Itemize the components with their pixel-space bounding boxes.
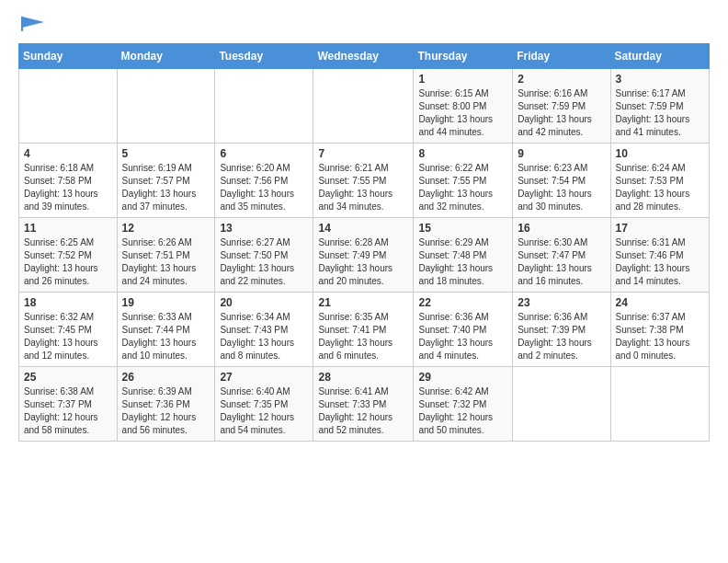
day-detail: Sunrise: 6:16 AM Sunset: 7:59 PM Dayligh… (518, 87, 605, 139)
calendar-cell (19, 69, 118, 144)
day-number: 2 (518, 73, 605, 86)
day-number: 8 (418, 147, 507, 160)
calendar-cell: 12Sunrise: 6:26 AM Sunset: 7:51 PM Dayli… (117, 218, 215, 293)
calendar-cell: 23Sunrise: 6:36 AM Sunset: 7:39 PM Dayli… (513, 293, 610, 367)
calendar-cell: 22Sunrise: 6:36 AM Sunset: 7:40 PM Dayli… (414, 293, 513, 367)
day-number: 27 (220, 371, 308, 384)
calendar-week-4: 18Sunrise: 6:32 AM Sunset: 7:45 PM Dayli… (19, 293, 710, 367)
day-detail: Sunrise: 6:17 AM Sunset: 7:59 PM Dayligh… (616, 87, 704, 139)
calendar-cell: 7Sunrise: 6:21 AM Sunset: 7:55 PM Daylig… (313, 144, 414, 218)
calendar-cell: 13Sunrise: 6:27 AM Sunset: 7:50 PM Dayli… (215, 218, 313, 293)
day-number: 22 (418, 296, 507, 309)
calendar-cell: 26Sunrise: 6:39 AM Sunset: 7:36 PM Dayli… (117, 367, 215, 442)
calendar-cell: 11Sunrise: 6:25 AM Sunset: 7:52 PM Dayli… (19, 218, 118, 293)
logo-flag-icon (20, 15, 46, 33)
calendar-cell (117, 69, 215, 144)
day-detail: Sunrise: 6:15 AM Sunset: 8:00 PM Dayligh… (418, 87, 507, 139)
day-number: 28 (318, 371, 408, 384)
day-detail: Sunrise: 6:34 AM Sunset: 7:43 PM Dayligh… (220, 311, 308, 362)
day-number: 7 (318, 147, 408, 160)
header-thursday: Thursday (414, 44, 513, 69)
day-detail: Sunrise: 6:18 AM Sunset: 7:58 PM Dayligh… (24, 162, 112, 213)
day-detail: Sunrise: 6:27 AM Sunset: 7:50 PM Dayligh… (220, 236, 308, 288)
calendar-week-1: 1Sunrise: 6:15 AM Sunset: 8:00 PM Daylig… (19, 69, 710, 144)
day-detail: Sunrise: 6:40 AM Sunset: 7:35 PM Dayligh… (220, 385, 308, 437)
day-detail: Sunrise: 6:33 AM Sunset: 7:44 PM Dayligh… (122, 311, 210, 362)
calendar-cell (313, 69, 414, 144)
calendar-cell: 20Sunrise: 6:34 AM Sunset: 7:43 PM Dayli… (215, 293, 313, 367)
day-detail: Sunrise: 6:22 AM Sunset: 7:55 PM Dayligh… (418, 162, 507, 213)
day-detail: Sunrise: 6:39 AM Sunset: 7:36 PM Dayligh… (122, 385, 210, 437)
day-number: 17 (616, 222, 704, 235)
calendar-cell: 6Sunrise: 6:20 AM Sunset: 7:56 PM Daylig… (215, 144, 313, 218)
day-number: 19 (122, 296, 210, 309)
calendar-week-3: 11Sunrise: 6:25 AM Sunset: 7:52 PM Dayli… (19, 218, 710, 293)
calendar-cell: 3Sunrise: 6:17 AM Sunset: 7:59 PM Daylig… (610, 69, 709, 144)
day-number: 24 (616, 296, 704, 309)
day-number: 25 (24, 371, 112, 384)
calendar-cell: 4Sunrise: 6:18 AM Sunset: 7:58 PM Daylig… (19, 144, 118, 218)
day-number: 13 (220, 222, 308, 235)
calendar-cell: 19Sunrise: 6:33 AM Sunset: 7:44 PM Dayli… (117, 293, 215, 367)
day-number: 15 (418, 222, 507, 235)
day-number: 9 (518, 147, 605, 160)
day-detail: Sunrise: 6:38 AM Sunset: 7:37 PM Dayligh… (24, 385, 112, 437)
calendar-week-5: 25Sunrise: 6:38 AM Sunset: 7:37 PM Dayli… (19, 367, 710, 442)
day-number: 20 (220, 296, 308, 309)
header-wednesday: Wednesday (313, 44, 414, 69)
day-number: 10 (616, 147, 704, 160)
calendar-cell: 17Sunrise: 6:31 AM Sunset: 7:46 PM Dayli… (610, 218, 709, 293)
calendar-cell: 1Sunrise: 6:15 AM Sunset: 8:00 PM Daylig… (414, 69, 513, 144)
day-number: 3 (616, 73, 704, 86)
calendar-cell: 14Sunrise: 6:28 AM Sunset: 7:49 PM Dayli… (313, 218, 414, 293)
day-detail: Sunrise: 6:25 AM Sunset: 7:52 PM Dayligh… (24, 236, 112, 288)
calendar-cell: 21Sunrise: 6:35 AM Sunset: 7:41 PM Dayli… (313, 293, 414, 367)
logo-wordmark (18, 15, 46, 38)
calendar-cell: 5Sunrise: 6:19 AM Sunset: 7:57 PM Daylig… (117, 144, 215, 218)
calendar-cell (513, 367, 610, 442)
day-detail: Sunrise: 6:19 AM Sunset: 7:57 PM Dayligh… (122, 162, 210, 213)
day-number: 6 (220, 147, 308, 160)
calendar-cell: 9Sunrise: 6:23 AM Sunset: 7:54 PM Daylig… (513, 144, 610, 218)
header-friday: Friday (513, 44, 610, 69)
day-detail: Sunrise: 6:36 AM Sunset: 7:40 PM Dayligh… (418, 311, 507, 362)
calendar-cell: 27Sunrise: 6:40 AM Sunset: 7:35 PM Dayli… (215, 367, 313, 442)
day-number: 12 (122, 222, 210, 235)
day-detail: Sunrise: 6:23 AM Sunset: 7:54 PM Dayligh… (518, 162, 605, 213)
day-number: 26 (122, 371, 210, 384)
calendar-header-row: SundayMondayTuesdayWednesdayThursdayFrid… (19, 44, 710, 69)
day-detail: Sunrise: 6:36 AM Sunset: 7:39 PM Dayligh… (518, 311, 605, 362)
calendar-week-2: 4Sunrise: 6:18 AM Sunset: 7:58 PM Daylig… (19, 144, 710, 218)
day-number: 5 (122, 147, 210, 160)
day-number: 29 (418, 371, 507, 384)
day-number: 21 (318, 296, 408, 309)
calendar-cell: 24Sunrise: 6:37 AM Sunset: 7:38 PM Dayli… (610, 293, 709, 367)
day-detail: Sunrise: 6:35 AM Sunset: 7:41 PM Dayligh… (318, 311, 408, 362)
day-detail: Sunrise: 6:41 AM Sunset: 7:33 PM Dayligh… (318, 385, 408, 437)
header-tuesday: Tuesday (215, 44, 313, 69)
day-detail: Sunrise: 6:30 AM Sunset: 7:47 PM Dayligh… (518, 236, 605, 288)
day-number: 14 (318, 222, 408, 235)
calendar-table: SundayMondayTuesdayWednesdayThursdayFrid… (18, 43, 710, 442)
day-number: 11 (24, 222, 112, 235)
calendar-cell: 25Sunrise: 6:38 AM Sunset: 7:37 PM Dayli… (19, 367, 118, 442)
calendar-cell: 18Sunrise: 6:32 AM Sunset: 7:45 PM Dayli… (19, 293, 118, 367)
day-number: 23 (518, 296, 605, 309)
calendar-cell: 8Sunrise: 6:22 AM Sunset: 7:55 PM Daylig… (414, 144, 513, 218)
header-sunday: Sunday (19, 44, 118, 69)
day-number: 4 (24, 147, 112, 160)
svg-marker-0 (22, 17, 44, 28)
day-detail: Sunrise: 6:28 AM Sunset: 7:49 PM Dayligh… (318, 236, 408, 288)
day-detail: Sunrise: 6:37 AM Sunset: 7:38 PM Dayligh… (616, 311, 704, 362)
day-number: 1 (418, 73, 507, 86)
day-detail: Sunrise: 6:31 AM Sunset: 7:46 PM Dayligh… (616, 236, 704, 288)
day-detail: Sunrise: 6:26 AM Sunset: 7:51 PM Dayligh… (122, 236, 210, 288)
day-detail: Sunrise: 6:20 AM Sunset: 7:56 PM Dayligh… (220, 162, 308, 213)
calendar-cell: 10Sunrise: 6:24 AM Sunset: 7:53 PM Dayli… (610, 144, 709, 218)
calendar-cell: 29Sunrise: 6:42 AM Sunset: 7:32 PM Dayli… (414, 367, 513, 442)
day-detail: Sunrise: 6:24 AM Sunset: 7:53 PM Dayligh… (616, 162, 704, 213)
calendar-cell: 28Sunrise: 6:41 AM Sunset: 7:33 PM Dayli… (313, 367, 414, 442)
header-saturday: Saturday (610, 44, 709, 69)
calendar-cell: 16Sunrise: 6:30 AM Sunset: 7:47 PM Dayli… (513, 218, 610, 293)
header (18, 15, 710, 38)
